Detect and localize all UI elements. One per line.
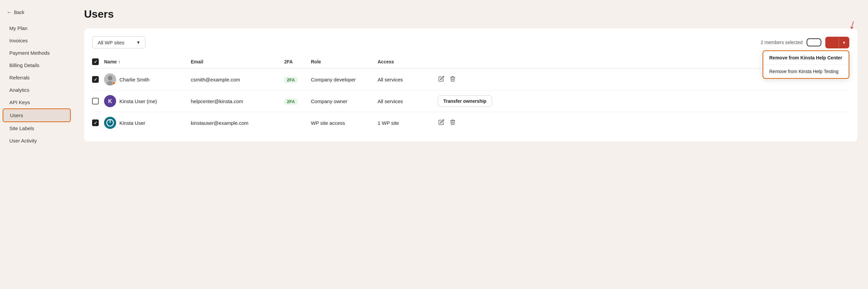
header-name: Name ↑ bbox=[104, 59, 191, 64]
sidebar-item-site-labels[interactable]: Site Labels bbox=[3, 122, 71, 135]
user-name: Kinsta User bbox=[119, 120, 146, 126]
main-content: Users All WP sites ▾ 2 members selected … bbox=[73, 0, 868, 289]
user-actions: Transfer ownership bbox=[438, 95, 464, 107]
header-checkbox-col bbox=[92, 58, 104, 65]
user-email: kinstauser@example.com bbox=[191, 120, 284, 126]
table-rows: Charlie Smithcsmith@example.com2FACompan… bbox=[92, 69, 849, 134]
user-name: Charlie Smith bbox=[119, 77, 150, 82]
back-arrow-icon: ← bbox=[7, 9, 12, 16]
remove-button[interactable] bbox=[825, 37, 839, 48]
user-role: Company developer bbox=[311, 77, 378, 82]
2fa-badge: 2FA bbox=[284, 77, 298, 83]
avatar bbox=[104, 117, 116, 129]
sidebar: ← Back My PlanInvoicesPayment MethodsBil… bbox=[0, 0, 73, 289]
user-email: csmith@example.com bbox=[191, 77, 284, 82]
row-checkbox-0[interactable] bbox=[92, 76, 99, 83]
transfer-ownership-button[interactable]: Transfer ownership bbox=[438, 95, 492, 107]
toolbar-right: 2 members selected ▾ Remove from Kinsta … bbox=[761, 37, 849, 48]
user-2fa: 2FA bbox=[284, 77, 311, 82]
user-cell: Charlie Smith bbox=[104, 74, 191, 85]
sidebar-item-referrals[interactable]: Referrals bbox=[3, 71, 71, 84]
header-access: Access bbox=[378, 59, 438, 64]
2fa-badge: 2FA bbox=[284, 98, 298, 105]
table-row: Kinsta Userkinstauser@example.comWP site… bbox=[92, 112, 849, 134]
table-row: Charlie Smithcsmith@example.com2FACompan… bbox=[92, 69, 849, 90]
sidebar-item-payment-methods[interactable]: Payment Methods bbox=[3, 47, 71, 59]
user-email: helpcenter@kinsta.com bbox=[191, 98, 284, 104]
delete-button[interactable] bbox=[449, 75, 456, 84]
remove-chevron-button[interactable]: ▾ bbox=[839, 37, 849, 48]
user-access: 1 WP site bbox=[378, 120, 438, 126]
sidebar-item-api-keys[interactable]: API Keys bbox=[3, 96, 71, 109]
row-checkbox-cell bbox=[92, 98, 104, 105]
toolbar: All WP sites ▾ 2 members selected ▾ Remo… bbox=[92, 36, 849, 48]
user-access: All services bbox=[378, 98, 438, 104]
back-label: Back bbox=[14, 10, 24, 15]
sidebar-item-invoices[interactable]: Invoices bbox=[3, 34, 71, 47]
avatar: K bbox=[104, 95, 116, 107]
delete-button[interactable] bbox=[449, 118, 456, 127]
user-role: Company owner bbox=[311, 98, 378, 104]
content-card: All WP sites ▾ 2 members selected ▾ Remo… bbox=[84, 28, 857, 142]
row-checkbox-2[interactable] bbox=[92, 119, 99, 126]
avatar bbox=[104, 74, 116, 85]
user-actions bbox=[438, 75, 464, 84]
edit-button[interactable] bbox=[438, 118, 445, 127]
page-title: Users bbox=[84, 8, 857, 20]
user-access: All services bbox=[378, 77, 438, 82]
row-checkbox-1[interactable] bbox=[92, 98, 99, 105]
dropdown-item-kinsta-help-center[interactable]: Remove from Kinsta Help Center bbox=[763, 51, 849, 64]
row-checkbox-cell bbox=[92, 76, 104, 83]
sidebar-item-users[interactable]: Users bbox=[3, 109, 71, 122]
table-header: Name ↑ Email 2FA Role Access bbox=[92, 55, 849, 69]
svg-text:K: K bbox=[108, 98, 112, 104]
user-actions bbox=[438, 118, 464, 127]
sidebar-item-billing-details[interactable]: Billing Details bbox=[3, 59, 71, 71]
user-role: WP site access bbox=[311, 120, 378, 126]
sidebar-item-analytics[interactable]: Analytics bbox=[3, 84, 71, 96]
header-role: Role bbox=[311, 59, 378, 64]
chevron-down-icon: ▾ bbox=[137, 39, 140, 46]
header-2fa: 2FA bbox=[284, 59, 311, 64]
header-email: Email bbox=[191, 59, 284, 64]
dropdown-item-kinsta-help-testing[interactable]: Remove from Kinsta Help Testing bbox=[763, 65, 849, 78]
user-2fa: 2FA bbox=[284, 98, 311, 104]
back-button[interactable]: ← Back bbox=[0, 7, 73, 22]
site-filter-label: All WP sites bbox=[98, 40, 124, 46]
sidebar-item-user-activity[interactable]: User Activity bbox=[3, 135, 71, 147]
remove-dropdown-menu: Remove from Kinsta Help Center Remove fr… bbox=[763, 50, 849, 79]
row-checkbox-cell bbox=[92, 119, 104, 126]
remove-button-group: ▾ Remove from Kinsta Help Center Remove … bbox=[825, 37, 849, 48]
notification-dot bbox=[113, 82, 116, 85]
select-all-checkbox[interactable] bbox=[92, 58, 99, 65]
sidebar-item-my-plan[interactable]: My Plan bbox=[3, 22, 71, 34]
site-filter-dropdown[interactable]: All WP sites ▾ bbox=[92, 36, 146, 48]
svg-point-1 bbox=[108, 76, 113, 80]
user-name: Kinsta User (me) bbox=[119, 98, 157, 104]
add-to-site-button[interactable] bbox=[807, 38, 821, 47]
table-row: KKinsta User (me)helpcenter@kinsta.com2F… bbox=[92, 90, 849, 112]
members-selected-label: 2 members selected bbox=[761, 40, 803, 45]
user-cell: Kinsta User bbox=[104, 117, 191, 129]
toolbar-left: All WP sites ▾ bbox=[92, 36, 146, 48]
user-cell: KKinsta User (me) bbox=[104, 95, 191, 107]
edit-button[interactable] bbox=[438, 75, 445, 84]
